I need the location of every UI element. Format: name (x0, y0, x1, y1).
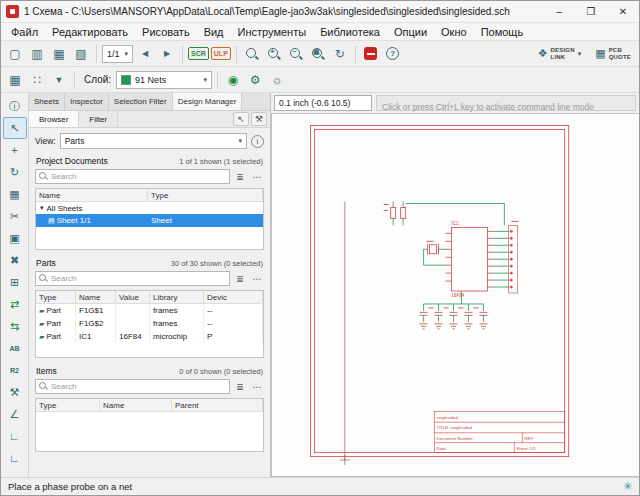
table-row-part[interactable]: ▰Part F1G$1 frames -- (36, 304, 263, 317)
menu-tools[interactable]: Инструменты (231, 25, 314, 39)
tab-design-manager[interactable]: Design Manager (173, 93, 243, 110)
all-sheets-group-row[interactable]: ▾ All Sheets (36, 202, 263, 214)
items-more-icon[interactable]: ⋯ (250, 380, 264, 394)
ulp-icon: ULP (211, 47, 231, 60)
parts-search-input[interactable] (51, 274, 226, 283)
zoom-in-icon[interactable]: + (264, 44, 284, 64)
documents-search-input[interactable] (51, 172, 226, 181)
design-link-button[interactable]: ❖ DESIGN LINK ▾ (534, 46, 586, 62)
documents-more-icon[interactable]: ⋯ (250, 170, 264, 184)
tab-filter[interactable]: Filter (79, 111, 118, 127)
layer-selector[interactable]: 91 Nets ▾ (116, 71, 212, 89)
zoom-fit-icon[interactable] (242, 44, 262, 64)
design-link-icon: ❖ (538, 47, 548, 60)
table-row-sheet[interactable]: ▤ Sheet 1/1 Sheet (36, 214, 263, 227)
menu-edit[interactable]: Редактировать (45, 25, 135, 39)
column-header-library[interactable]: Library (150, 291, 204, 303)
replace-tool[interactable]: ⇆ (3, 315, 27, 337)
menu-help[interactable]: Помощь (474, 25, 531, 39)
menu-library[interactable]: Библиотека (313, 25, 387, 39)
redraw-icon[interactable]: ↻ (330, 44, 350, 64)
display-options-icon[interactable]: ☼ (267, 70, 287, 90)
copy-tool[interactable]: ▣ (3, 227, 27, 249)
menu-options[interactable]: Опции (387, 25, 434, 39)
part-name: F1G$2 (76, 317, 116, 330)
mark-tool[interactable]: + (3, 139, 27, 161)
view-info-icon[interactable]: i (251, 135, 264, 148)
miter-tool[interactable]: ∠ (3, 403, 27, 425)
column-header-parent[interactable]: Parent (172, 399, 263, 411)
new-icon[interactable]: ▢ (5, 44, 25, 64)
rotate-tool[interactable]: ↻ (3, 161, 27, 183)
close-button[interactable]: ✕ (607, 1, 639, 23)
help-icon[interactable]: ? (383, 44, 403, 64)
menu-file[interactable]: Файл (4, 25, 45, 39)
view-selector-value: Parts (65, 136, 85, 146)
select-tool[interactable]: ↖ (3, 117, 27, 139)
bus-tool[interactable]: ∟ (3, 447, 27, 469)
window-title: 1 Схема - C:\Users\MANSORY\AppData\Local… (24, 6, 538, 17)
column-header-name[interactable]: Name (76, 291, 116, 303)
column-header-type[interactable]: Type (148, 189, 263, 201)
menu-view[interactable]: Вид (197, 25, 231, 39)
items-list-options-icon[interactable]: ≣ (233, 380, 247, 394)
info-tool[interactable]: ⓘ (3, 95, 27, 117)
expander-icon[interactable]: ▾ (40, 204, 44, 212)
maximize-button[interactable]: ❒ (575, 1, 607, 23)
panel-settings-icon[interactable]: ⚒ (251, 112, 267, 126)
part-name: F1G$1 (76, 304, 116, 317)
run-ulp-button[interactable]: ULP (211, 44, 231, 64)
sheet-selector[interactable]: 1/1 ▾ (102, 45, 133, 63)
next-sheet-icon[interactable]: ▶ (157, 44, 177, 64)
pcb-quote-button[interactable]: ▦ PCB QUOTE (591, 46, 635, 62)
grid-icon[interactable]: ▦ (5, 70, 25, 90)
column-header-name[interactable]: Name (100, 399, 172, 411)
menu-draw[interactable]: Рисовать (135, 25, 197, 39)
sync-icon[interactable]: ✳ (623, 480, 632, 493)
tab-browser[interactable]: Browser (29, 111, 79, 127)
pick-mode-icon[interactable]: ↖ (233, 112, 249, 126)
filter-icon[interactable]: ▼ (49, 70, 69, 90)
value-tool[interactable]: R2 (3, 359, 27, 381)
table-row-part[interactable]: ▰Part IC1 16F84 microchip P (36, 330, 263, 343)
items-title: Items (36, 366, 57, 376)
run-script-button[interactable]: SCR (188, 44, 209, 64)
pinswap-tool[interactable]: ⇄ (3, 293, 27, 315)
search-icon (39, 382, 48, 391)
dot-grid-icon[interactable]: ∷ (27, 70, 47, 90)
minimize-button[interactable]: – (543, 1, 575, 23)
column-header-type[interactable]: Type (36, 399, 100, 411)
stop-icon[interactable] (361, 44, 381, 64)
column-header-device[interactable]: Devic (204, 291, 263, 303)
schematic-canvas[interactable]: singlesided TITLE: singlesided Document … (271, 113, 639, 477)
view-selector[interactable]: Parts ▾ (60, 133, 247, 149)
column-header-type[interactable]: Type (36, 291, 76, 303)
column-header-value[interactable]: Value (116, 291, 150, 303)
layer-visibility-icon[interactable]: ◉ (223, 70, 243, 90)
open-icon[interactable]: ▥ (27, 44, 47, 64)
tab-selection-filter[interactable]: Selection Filter (109, 93, 173, 110)
group-tool[interactable]: ▦ (3, 183, 27, 205)
name-tool[interactable]: AB (3, 337, 27, 359)
documents-list-options-icon[interactable]: ≣ (233, 170, 247, 184)
delete-tool[interactable]: ✖ (3, 249, 27, 271)
menu-window[interactable]: Окно (434, 25, 474, 39)
prev-sheet-icon[interactable]: ◀ (135, 44, 155, 64)
parts-list-options-icon[interactable]: ≣ (233, 272, 247, 286)
cut-tool[interactable]: ✂ (3, 205, 27, 227)
command-line-input[interactable] (377, 100, 635, 114)
add-part-tool[interactable]: ⊞ (3, 271, 27, 293)
save-icon[interactable]: ▦ (49, 44, 69, 64)
parts-more-icon[interactable]: ⋯ (250, 272, 264, 286)
zoom-select-icon[interactable]: ▣ (308, 44, 328, 64)
items-search-input[interactable] (51, 382, 226, 391)
column-header-name[interactable]: Name (36, 189, 148, 201)
table-row-part[interactable]: ▰Part F1G$2 frames -- (36, 317, 263, 330)
tab-inspector[interactable]: Inspector (65, 93, 109, 110)
smash-tool[interactable]: ⚒ (3, 381, 27, 403)
print-icon[interactable]: ▧ (71, 44, 91, 64)
tab-sheets[interactable]: Sheets (29, 93, 65, 110)
zoom-out-icon[interactable]: − (286, 44, 306, 64)
layer-settings-icon[interactable]: ⚙ (245, 70, 265, 90)
net-tool[interactable]: ∟ (3, 425, 27, 447)
